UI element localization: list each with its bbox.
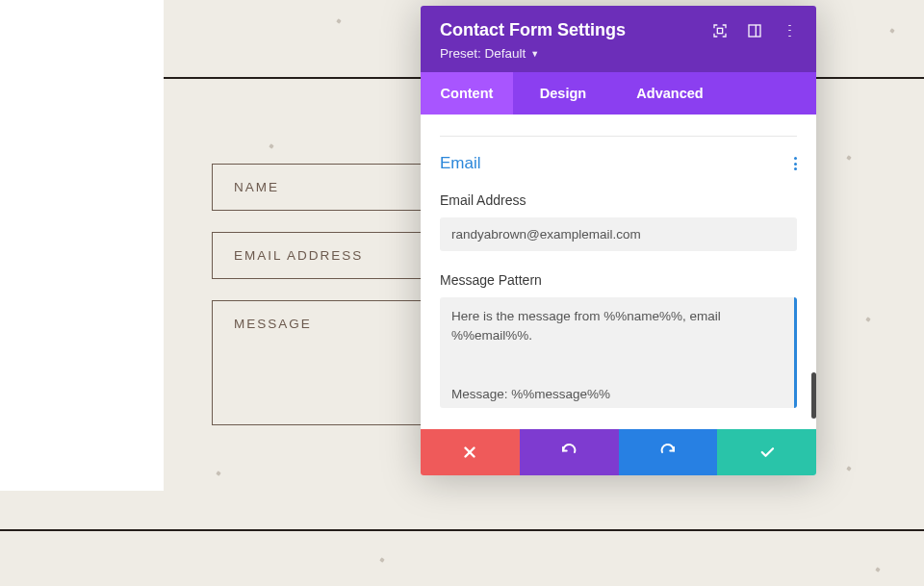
cancel-button[interactable] [421, 429, 520, 475]
email-address-input[interactable] [440, 217, 797, 251]
svg-rect-1 [749, 25, 760, 37]
panel-footer [421, 429, 816, 475]
undo-button[interactable] [520, 429, 619, 475]
message-pattern-input[interactable] [440, 297, 797, 408]
close-icon [461, 444, 478, 461]
divider [440, 136, 797, 137]
svg-rect-0 [717, 28, 722, 33]
panel-tabs: Content Design Advanced [421, 72, 816, 115]
panel-body: Email Email Address Message Pattern [421, 136, 816, 429]
settings-panel: Contact Form Settings Preset: Default ▼ [421, 6, 816, 475]
panel-header[interactable]: Contact Form Settings Preset: Default ▼ [421, 6, 816, 72]
preset-selector[interactable]: Preset: Default ▼ [440, 46, 539, 61]
redo-button[interactable] [619, 429, 718, 475]
section-title-email[interactable]: Email [440, 154, 794, 173]
dock-icon[interactable] [747, 23, 762, 38]
bg-card: sage habitasse nec. s nunc leo. [0, 0, 164, 491]
preset-label: Preset: Default [440, 46, 526, 61]
save-button[interactable] [717, 429, 816, 475]
tab-content[interactable]: Content [421, 72, 513, 115]
bg-heading-fragment: sage [0, 192, 135, 249]
tab-design[interactable]: Design [513, 72, 613, 115]
undo-icon [560, 444, 578, 461]
check-icon [758, 444, 776, 461]
tab-advanced[interactable]: Advanced [613, 72, 727, 115]
bg-paragraph: habitasse nec. s nunc leo. [0, 403, 135, 510]
section-more-icon[interactable] [794, 155, 797, 173]
scrollbar-thumb[interactable] [811, 372, 816, 419]
email-address-label: Email Address [440, 192, 797, 208]
redo-icon [659, 444, 677, 461]
message-pattern-label: Message Pattern [440, 272, 797, 288]
chevron-down-icon: ▼ [530, 49, 539, 59]
more-icon[interactable] [782, 23, 797, 38]
panel-title: Contact Form Settings [440, 20, 712, 40]
bg-divider-bottom [0, 529, 924, 531]
expand-icon[interactable] [712, 23, 728, 38]
